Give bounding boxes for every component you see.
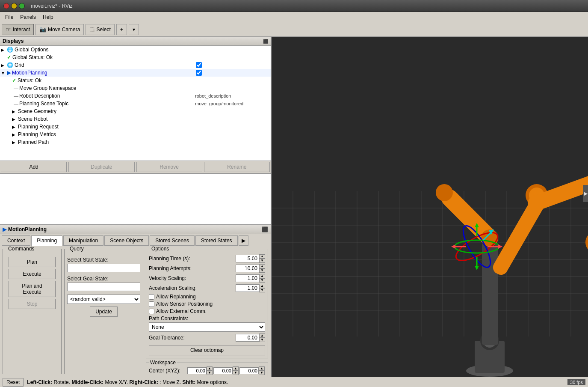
planning-attempts-down[interactable]: ▼ [259, 268, 265, 273]
tree-row-global-status[interactable]: ✓ Global Status: Ok [0, 54, 271, 61]
expander-plan-req[interactable]: ▶ [12, 125, 18, 129]
tab-manipulation[interactable]: Manipulation [63, 235, 103, 246]
motion-header-collapse[interactable]: ⬛ [262, 226, 268, 232]
center-y-input[interactable] [213, 367, 233, 374]
menubar: File Panels Help [0, 12, 588, 22]
goal-tolerance-down[interactable]: ▼ [259, 338, 265, 342]
motion-planning-checkbox[interactable] [196, 70, 202, 76]
center-z-down[interactable]: ▼ [259, 371, 265, 375]
displays-section: Displays ⬛ ▶ 🌐 Global Options [0, 37, 271, 174]
commands-group: Commands Plan Execute Plan and Execute S… [3, 249, 62, 374]
tab-stored-scenes[interactable]: Stored Scenes [150, 235, 195, 246]
3d-viewport[interactable] [272, 37, 588, 377]
expander-planned-path[interactable]: ▶ [12, 140, 18, 145]
expander-scene-geom[interactable]: ▶ [12, 109, 18, 114]
tab-context[interactable]: Context [2, 235, 30, 246]
minimize-button[interactable] [11, 3, 17, 9]
tree-row-planning-scene-topic[interactable]: — Planning Scene Topic move_group/monito… [0, 100, 271, 107]
add-tool-button[interactable]: + [116, 24, 127, 35]
center-z-up[interactable]: ▲ [259, 366, 265, 371]
acceleration-scaling-up[interactable]: ▲ [259, 284, 265, 288]
select-button[interactable]: ⬚ Select [86, 24, 114, 35]
planning-time-spinbox: ▲ ▼ [236, 254, 265, 263]
center-x-up[interactable]: ▲ [207, 366, 213, 371]
velocity-scaling-down[interactable]: ▼ [259, 278, 265, 283]
rename-display-button[interactable]: Rename [204, 162, 270, 172]
center-x-down[interactable]: ▼ [207, 371, 213, 375]
motion-icon: ▶ [7, 70, 11, 76]
velocity-scaling-input[interactable] [236, 274, 259, 282]
planning-attempts-spin-btns: ▲ ▼ [259, 264, 265, 273]
planning-time-up[interactable]: ▲ [259, 254, 265, 259]
tree-row-grid[interactable]: ▶ 🌐 Grid [0, 61, 271, 69]
start-state-input[interactable] [67, 264, 140, 272]
tree-row-scene-geometry[interactable]: ▶ Scene Geometry [0, 107, 271, 115]
maximize-button[interactable] [19, 3, 25, 9]
goal-tolerance-up[interactable]: ▲ [259, 333, 265, 338]
remove-display-button[interactable]: Remove [136, 162, 202, 172]
acceleration-scaling-spinbox: ▲ ▼ [236, 284, 265, 292]
tree-row-planning-request[interactable]: ▶ Planning Request [0, 123, 271, 131]
velocity-scaling-up[interactable]: ▲ [259, 274, 265, 278]
reset-button[interactable]: Reset [3, 378, 24, 387]
tree-row-planning-metrics[interactable]: ▶ Planning Metrics [0, 131, 271, 138]
goal-tolerance-input[interactable] [236, 334, 259, 342]
tab-overflow-button[interactable]: ▶ [239, 235, 248, 246]
path-constraints-select[interactable]: None [149, 322, 265, 332]
center-z-input[interactable] [239, 367, 259, 374]
acceleration-scaling-down[interactable]: ▼ [259, 288, 265, 292]
allow-external-comm-checkbox[interactable] [149, 309, 154, 314]
plus-icon: + [120, 27, 123, 33]
tab-scene-objects[interactable]: Scene Objects [104, 235, 149, 246]
goal-state-input[interactable] [67, 283, 140, 291]
planning-time-down[interactable]: ▼ [259, 259, 265, 263]
tree-row-move-group-ns[interactable]: — Move Group Namespace [0, 84, 271, 92]
center-y-up[interactable]: ▲ [233, 366, 239, 371]
stop-button[interactable]: Stop [9, 299, 56, 309]
tab-planning[interactable]: Planning [31, 235, 62, 246]
acceleration-scaling-input[interactable] [236, 284, 259, 292]
allow-replanning-checkbox[interactable] [149, 294, 154, 300]
menu-panels[interactable]: Panels [17, 13, 39, 21]
expander-grid[interactable]: ▶ [1, 63, 7, 68]
plan-execute-button[interactable]: Plan and Execute [9, 281, 56, 297]
interact-button[interactable]: ☞ Interact [2, 24, 34, 35]
select-icon: ⬚ [89, 26, 95, 33]
planning-time-row: Planning Time (s): ▲ ▼ [149, 254, 265, 263]
goal-state-select[interactable]: <random valid> <current> <same as start> [67, 295, 140, 304]
plan-button[interactable]: Plan [9, 257, 56, 267]
tree-row-status-ok[interactable]: ✓ Status: Ok [0, 77, 271, 84]
panel-collapse-arrow[interactable]: ▶ [583, 185, 588, 202]
close-button[interactable] [3, 3, 9, 9]
center-y-down[interactable]: ▼ [233, 371, 239, 375]
grid-checkbox[interactable] [196, 62, 202, 68]
tree-row-scene-robot[interactable]: ▶ Scene Robot [0, 115, 271, 123]
add-display-button[interactable]: Add [1, 162, 67, 172]
expander-plan-metrics[interactable]: ▶ [12, 132, 18, 137]
menu-file[interactable]: File [2, 13, 17, 21]
update-button[interactable]: Update [90, 307, 118, 317]
tree-row-motion-planning[interactable]: ▼ ▶ MotionPlanning [0, 69, 271, 77]
tree-row-planned-path[interactable]: ▶ Planned Path [0, 138, 271, 146]
clear-octomap-button[interactable]: Clear octomap [149, 345, 265, 355]
center-inputs: ▲ ▼ ▲ ▼ [187, 366, 265, 375]
allow-sensor-positioning-checkbox[interactable] [149, 301, 154, 307]
duplicate-display-button[interactable]: Duplicate [68, 162, 134, 172]
tree-row-global-options[interactable]: ▶ 🌐 Global Options [0, 46, 271, 54]
status-text: Left-Click: Rotate. Middle-Click: Move X… [27, 379, 564, 385]
right-click-desc: : Move Z. [160, 379, 182, 385]
tab-stored-states[interactable]: Stored States [195, 235, 238, 246]
expander-motion[interactable]: ▼ [1, 71, 7, 75]
planning-attempts-up[interactable]: ▲ [259, 264, 265, 268]
goal-tolerance-row: Goal Tolerance: ▲ ▼ [149, 333, 265, 342]
tool-options-button[interactable]: ▾ [129, 24, 139, 35]
expander-scene-robot[interactable]: ▶ [12, 117, 18, 122]
planning-attempts-input[interactable] [236, 265, 259, 272]
move-camera-button[interactable]: 📷 Move Camera [35, 24, 84, 35]
tree-row-robot-description[interactable]: — Robot Description robot_description [0, 92, 271, 100]
execute-button[interactable]: Execute [9, 269, 56, 279]
menu-help[interactable]: Help [39, 13, 57, 21]
planning-time-input[interactable] [236, 255, 259, 262]
expander-global-options[interactable]: ▶ [1, 48, 7, 52]
center-x-input[interactable] [187, 367, 207, 374]
